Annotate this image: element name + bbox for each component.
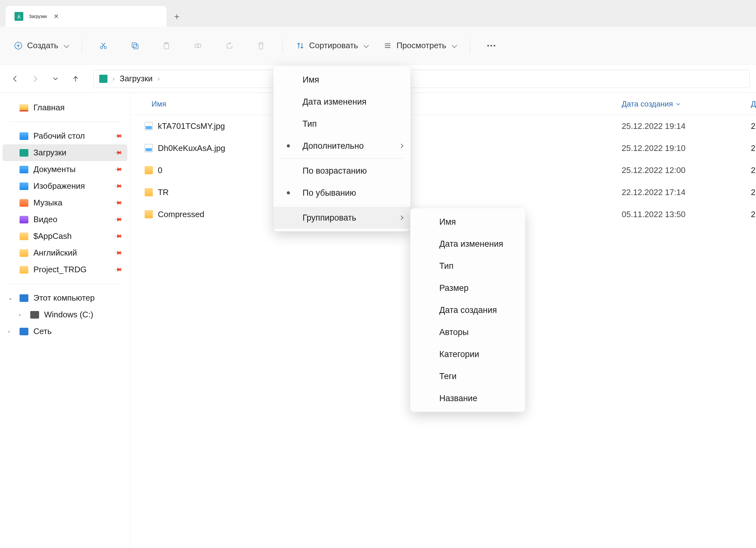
sort-descending[interactable]: По убыванию (274, 182, 410, 204)
group-by-option[interactable]: Категории (410, 343, 525, 365)
group-by-option[interactable]: Теги (410, 365, 525, 387)
sidebar-item-videos[interactable]: Видео 📌 (3, 211, 127, 228)
view-label: Просмотреть (396, 41, 446, 50)
sidebar-label: Project_TRDG (33, 265, 87, 274)
folder-icon (20, 199, 28, 207)
svg-point-2 (104, 46, 106, 49)
file-extra: 2 (748, 187, 755, 197)
chevron-right-icon (399, 144, 403, 148)
group-by[interactable]: Группировать (274, 207, 410, 229)
file-name: TR (158, 187, 169, 197)
folder-icon (20, 166, 28, 173)
sidebar-label: $AppCash (33, 231, 72, 241)
chevron-right-icon[interactable]: › (8, 329, 10, 334)
create-button[interactable]: Создать (6, 37, 76, 55)
rename-icon (193, 41, 202, 50)
plus-circle-icon (14, 41, 23, 50)
group-by-option[interactable]: Размер (410, 277, 525, 299)
up-button[interactable] (67, 70, 84, 88)
file-row[interactable]: 025.12.2022 12:002 (130, 159, 756, 181)
menu-separator (279, 158, 405, 159)
copy-button[interactable] (119, 37, 151, 55)
breadcrumb-location[interactable]: Загрузки (120, 74, 153, 84)
sidebar-item-project-trdg[interactable]: Project_TRDG 📌 (3, 261, 127, 278)
sidebar-label: Рабочий стол (33, 131, 85, 141)
cut-button[interactable] (88, 37, 119, 55)
back-button[interactable] (6, 70, 24, 88)
sidebar-label: Загрузки (33, 148, 66, 158)
bullet-icon (287, 191, 290, 194)
view-button[interactable]: Просмотреть (376, 37, 464, 55)
svg-point-10 (493, 45, 495, 46)
share-button[interactable] (214, 37, 245, 55)
pin-icon: 📌 (114, 165, 123, 174)
sidebar-item-network[interactable]: › Сеть (3, 323, 127, 340)
group-by-option[interactable]: Дата изменения (410, 233, 525, 255)
sidebar-item-documents[interactable]: Документы 📌 (3, 161, 127, 178)
rename-button[interactable] (182, 37, 214, 55)
recent-dropdown[interactable] (47, 70, 64, 88)
file-created: 25.12.2022 19:14 (622, 121, 748, 131)
image-file-icon (145, 122, 153, 130)
bullet-icon (287, 144, 290, 147)
sidebar-item-home[interactable]: Главная (3, 99, 127, 116)
pin-icon: 📌 (114, 182, 123, 191)
forward-button[interactable] (26, 70, 44, 88)
drive-icon (30, 311, 39, 319)
paste-icon (162, 41, 171, 50)
copy-icon (130, 41, 139, 50)
sidebar-item-drive-c[interactable]: › Windows (C:) (3, 306, 127, 323)
sidebar-item-music[interactable]: Музыка 📌 (3, 194, 127, 211)
breadcrumb-separator: › (113, 75, 115, 82)
sidebar-item-downloads[interactable]: Загрузки 📌 (3, 144, 127, 161)
file-extra: 2 (748, 210, 755, 219)
folder-icon (20, 149, 28, 157)
group-by-option[interactable]: Имя (410, 211, 525, 233)
group-by-option[interactable]: Авторы (410, 321, 525, 343)
sort-context-menu: Имя Дата изменения Тип Дополнительно По … (274, 66, 410, 231)
chevron-down-icon (362, 41, 368, 50)
sort-by-name[interactable]: Имя (274, 69, 410, 91)
svg-point-9 (490, 45, 492, 46)
sidebar-divider (9, 122, 120, 122)
column-created[interactable]: Дата создания (622, 100, 748, 108)
svg-rect-4 (134, 44, 138, 49)
network-icon (20, 328, 28, 335)
sidebar-item-this-pc[interactable]: ⌄ Этот компьютер (3, 290, 127, 306)
sort-by-date-modified[interactable]: Дата изменения (274, 91, 410, 113)
sidebar-item-pictures[interactable]: Изображения 📌 (3, 178, 127, 194)
svg-rect-3 (132, 43, 136, 47)
close-tab-button[interactable]: ✕ (52, 11, 60, 21)
column-extra[interactable]: Д (748, 100, 756, 108)
paste-button[interactable] (151, 37, 182, 55)
new-tab-button[interactable]: ＋ (166, 6, 187, 27)
breadcrumb[interactable]: › Загрузки › (93, 70, 750, 88)
chevron-right-icon[interactable]: › (19, 312, 20, 318)
folder-icon (20, 249, 28, 257)
file-name: 0 (158, 165, 162, 175)
sort-ascending[interactable]: По возрастанию (274, 160, 410, 182)
tab-downloads[interactable]: Загрузки ✕ (6, 6, 166, 27)
file-created: 22.12.2022 17:14 (622, 187, 748, 197)
tab-bar: Загрузки ✕ ＋ (0, 0, 756, 27)
folder-icon (20, 182, 28, 190)
more-button[interactable] (476, 37, 507, 55)
sidebar-item-desktop[interactable]: Рабочий стол 📌 (3, 128, 127, 144)
file-row[interactable]: TR22.12.2022 17:142 (130, 181, 756, 203)
sidebar-item-english[interactable]: Английский 📌 (3, 245, 127, 261)
sort-more[interactable]: Дополнительно (274, 135, 410, 157)
file-created: 05.11.2022 13:50 (622, 210, 748, 219)
chevron-down-icon[interactable]: ⌄ (8, 295, 12, 301)
file-row[interactable]: Dh0KeKuxAsA.jpg25.12.2022 19:102 (130, 137, 756, 159)
file-name: Compressed (158, 210, 204, 219)
file-name: kTA701TCsMY.jpg (158, 121, 225, 131)
group-by-option[interactable]: Название (410, 387, 525, 409)
group-by-option[interactable]: Дата создания (410, 299, 525, 321)
file-created: 25.12.2022 19:10 (622, 143, 748, 153)
delete-button[interactable] (245, 37, 277, 55)
sort-by-type[interactable]: Тип (274, 113, 410, 135)
sidebar-item-appcash[interactable]: $AppCash 📌 (3, 228, 127, 245)
sort-button[interactable]: Сортировать (288, 37, 376, 55)
file-row[interactable]: kTA701TCsMY.jpg25.12.2022 19:142 (130, 115, 756, 137)
group-by-option[interactable]: Тип (410, 255, 525, 277)
